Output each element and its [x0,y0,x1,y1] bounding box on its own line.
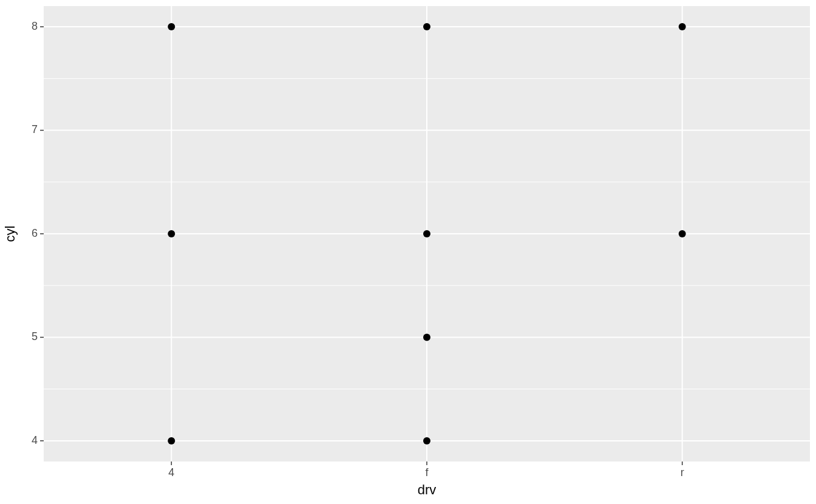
data-point [423,437,430,444]
x-axis-title: drv [418,482,437,497]
y-tick-label: 6 [32,227,38,239]
x-tick-label: f [425,466,429,478]
data-point [679,230,686,237]
data-point [168,23,175,30]
data-point [423,333,430,341]
scatter-plot: 45678 4fr drv cyl [0,0,816,504]
y-axis-ticks [40,27,44,441]
y-tick-label: 5 [32,330,38,342]
x-axis-tick-labels: 4fr [168,466,684,478]
x-axis-ticks [171,461,682,465]
y-tick-label: 7 [32,123,38,135]
y-tick-label: 4 [32,434,38,446]
y-axis-tick-labels: 45678 [32,20,38,446]
y-axis-title: cyl [2,226,18,242]
data-point [168,437,175,444]
data-point [168,230,175,237]
y-tick-label: 8 [32,20,38,32]
chart-container: 45678 4fr drv cyl [0,0,816,504]
data-point [423,23,430,30]
data-point [679,23,686,30]
x-tick-label: r [681,466,684,478]
x-tick-label: 4 [168,466,174,478]
data-point [423,230,430,237]
